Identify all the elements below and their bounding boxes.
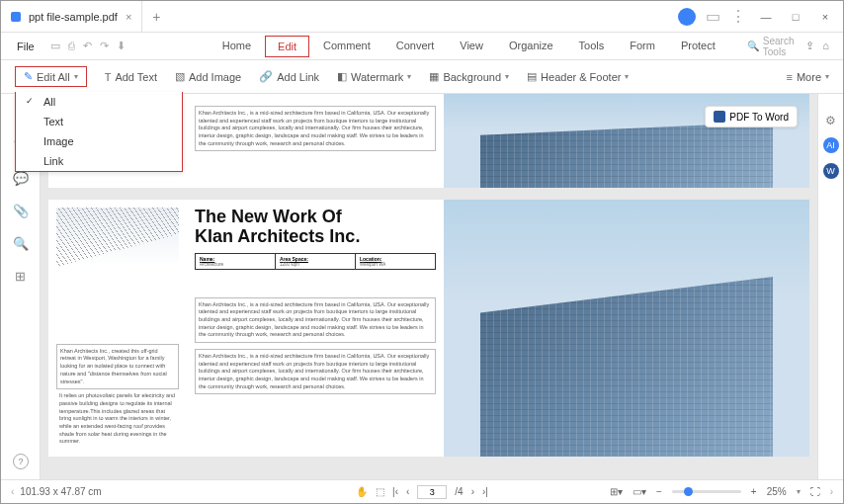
close-window-button[interactable]: × — [815, 7, 835, 27]
next-page-icon[interactable]: › — [471, 486, 474, 497]
search-icon: 🔍 — [747, 41, 759, 51]
pen-icon: ✎ — [24, 70, 33, 83]
tab-title: ppt file-sample.pdf — [29, 11, 118, 23]
watermark-button[interactable]: ◧Watermark▾ — [337, 70, 411, 83]
scroll-right-icon[interactable]: › — [830, 486, 833, 497]
close-tab-icon[interactable]: × — [126, 11, 131, 23]
background-button[interactable]: ▦Background▾ — [429, 70, 509, 83]
add-link-button[interactable]: 🔗Add Link — [259, 70, 319, 83]
fit-width-icon[interactable]: ⊞▾ — [610, 486, 623, 497]
hand-tool-icon[interactable]: ✋ — [356, 486, 368, 497]
pdf-to-word-button[interactable]: PDF To Word — [705, 106, 798, 127]
first-page-icon[interactable]: |‹ — [392, 486, 398, 497]
menubar: File ▭ ⎙ ↶ ↷ ⬇ Home Edit Comment Convert… — [1, 33, 843, 60]
building-image[interactable] — [444, 200, 809, 457]
roof-image[interactable] — [56, 208, 179, 267]
text-block[interactable]: Khan Architects Inc., is a mid-sized arc… — [195, 106, 436, 151]
tab-form[interactable]: Form — [618, 36, 667, 57]
file-menu[interactable]: File — [7, 41, 44, 52]
text-block[interactable]: It relies on photovoltaic panels for ele… — [56, 389, 179, 449]
page-input[interactable] — [417, 485, 447, 499]
fields-icon[interactable]: ⊞ — [15, 269, 26, 284]
last-page-icon[interactable]: ›| — [482, 486, 488, 497]
titlebar: ppt file-sample.pdf × + ▭ ⋮ — □ × — [1, 1, 843, 33]
watermark-icon: ◧ — [337, 70, 347, 83]
more-icon: ≡ — [787, 71, 793, 83]
comments-icon[interactable]: 💬 — [13, 171, 29, 186]
tab-view[interactable]: View — [448, 36, 495, 57]
document-tab[interactable]: ppt file-sample.pdf × — [1, 1, 142, 32]
link-icon: 🔗 — [259, 70, 273, 83]
word-icon — [714, 111, 725, 123]
info-table[interactable]: Name:Architecture Area Space:1200 sqm Lo… — [195, 253, 436, 270]
text-block[interactable]: Khan Architects Inc., created this off-g… — [56, 344, 179, 389]
text-block[interactable]: Khan Architects Inc., is a mid-sized arc… — [195, 349, 436, 394]
headline[interactable]: The New Work OfKIan Architects Inc. — [195, 208, 436, 247]
right-sidebar: ⚙ AI W — [817, 94, 843, 487]
statusbar: ‹ 101.93 x 47.87 cm ✋ ⬚ |‹ ‹ /4 › ›| ⊞▾ … — [1, 479, 843, 503]
undo-icon[interactable]: ↶ — [83, 40, 92, 52]
edit-all-button[interactable]: ✎ Edit All ▾ — [15, 66, 87, 87]
chat-icon[interactable]: ▭ — [706, 7, 720, 26]
chevron-down-icon: ▾ — [74, 72, 78, 81]
header-footer-icon: ▤ — [527, 70, 537, 83]
print-icon[interactable]: ⎙ — [68, 40, 75, 52]
zoom-in-icon[interactable]: + — [751, 486, 757, 497]
prev-page-icon[interactable]: ‹ — [406, 486, 409, 497]
search-tools[interactable]: 🔍 Search Tools — [747, 36, 806, 57]
view-mode-icon[interactable]: ▭▾ — [633, 486, 646, 497]
word-badge[interactable]: W — [823, 163, 839, 179]
search-panel-icon[interactable]: 🔍 — [13, 236, 29, 251]
tab-edit[interactable]: Edit — [265, 36, 309, 57]
tab-protect[interactable]: Protect — [669, 36, 727, 57]
pdf-icon — [11, 12, 21, 22]
zoom-out-icon[interactable]: − — [656, 486, 662, 497]
tab-convert[interactable]: Convert — [384, 36, 447, 57]
ai-badge[interactable]: AI — [823, 137, 839, 153]
page-total: /4 — [455, 486, 463, 497]
select-tool-icon[interactable]: ⬚ — [376, 486, 384, 497]
text-icon: T — [105, 71, 112, 83]
zoom-slider[interactable] — [672, 490, 741, 493]
dropdown-item-image[interactable]: Image — [16, 131, 182, 151]
cloud-icon[interactable]: ⌂ — [822, 40, 829, 52]
dropdown-item-link[interactable]: Link — [16, 151, 182, 171]
share-icon[interactable]: ⇪ — [805, 40, 814, 52]
header-footer-button[interactable]: ▤Header & Footer▾ — [527, 70, 629, 83]
add-text-button[interactable]: TAdd Text — [105, 71, 157, 83]
more-button[interactable]: ≡More▾ — [787, 71, 829, 83]
tab-home[interactable]: Home — [211, 36, 263, 57]
settings-icon[interactable]: ⚙ — [825, 114, 836, 127]
minimize-button[interactable]: — — [756, 7, 776, 27]
background-icon: ▦ — [429, 70, 439, 83]
tab-organize[interactable]: Organize — [497, 36, 565, 57]
help-icon[interactable]: ? — [13, 454, 29, 469]
redo-icon[interactable]: ↷ — [100, 40, 109, 52]
text-block[interactable]: Khan Architects Inc., is a mid-sized arc… — [195, 297, 436, 343]
add-tab-button[interactable]: + — [142, 9, 170, 25]
save-icon[interactable]: ⬇ — [117, 40, 126, 52]
add-image-button[interactable]: ▧Add Image — [175, 70, 241, 83]
coords-label: 101.93 x 47.87 cm — [20, 486, 101, 497]
fullscreen-icon[interactable]: ⛶ — [810, 486, 820, 497]
tab-tools[interactable]: Tools — [567, 36, 617, 57]
scroll-left-icon[interactable]: ‹ — [11, 486, 14, 497]
user-avatar[interactable] — [678, 8, 696, 26]
kebab-icon[interactable]: ⋮ — [730, 7, 746, 26]
maximize-button[interactable]: □ — [786, 7, 805, 27]
image-icon: ▧ — [175, 70, 185, 83]
dropdown-item-text[interactable]: Text — [16, 112, 182, 131]
zoom-value: 25% — [767, 486, 787, 497]
edit-toolbar: ✎ Edit All ▾ All Text Image Link TAdd Te… — [1, 60, 843, 94]
tab-comment[interactable]: Comment — [311, 36, 382, 57]
attachments-icon[interactable]: 📎 — [13, 204, 29, 218]
dropdown-item-all[interactable]: All — [16, 92, 182, 112]
open-icon[interactable]: ▭ — [50, 40, 60, 52]
page-row-main: Khan Architects Inc., created this off-g… — [48, 200, 809, 457]
edit-all-dropdown: All Text Image Link — [15, 92, 183, 172]
